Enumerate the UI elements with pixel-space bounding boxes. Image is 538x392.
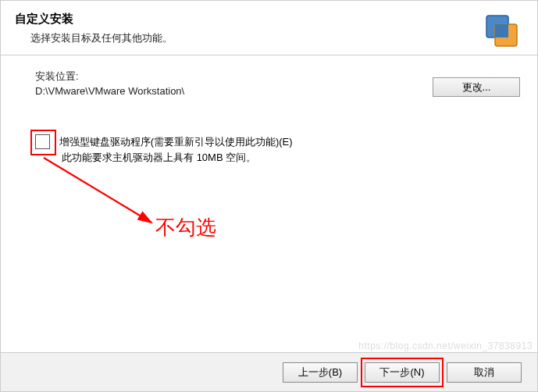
dialog-title: 自定义安装 [15,12,537,27]
back-button[interactable]: 上一步(B) [283,362,358,383]
watermark-text: https://blog.csdn.net/weixin_37838913 [358,340,533,351]
annotation-text: 不勾选 [155,214,216,241]
svg-rect-2 [495,24,508,37]
annotation-arrow-icon [36,154,161,240]
enhanced-keyboard-description: 此功能要求主机驱动器上具有 10MB 空间。 [62,151,515,165]
enhanced-keyboard-label: 增强型键盘驱动程序(需要重新引导以使用此功能)(E) [59,134,293,149]
dialog-footer: 上一步(B) 下一步(N) 取消 [1,352,537,391]
next-button[interactable]: 下一步(N) [365,362,440,383]
dialog-subtitle: 选择安装目标及任何其他功能。 [30,31,537,45]
vmware-logo-icon [484,13,520,52]
change-button[interactable]: 更改... [433,77,520,97]
svg-line-3 [44,158,151,223]
cancel-button[interactable]: 取消 [447,362,522,383]
enhanced-keyboard-checkbox[interactable] [35,134,50,149]
